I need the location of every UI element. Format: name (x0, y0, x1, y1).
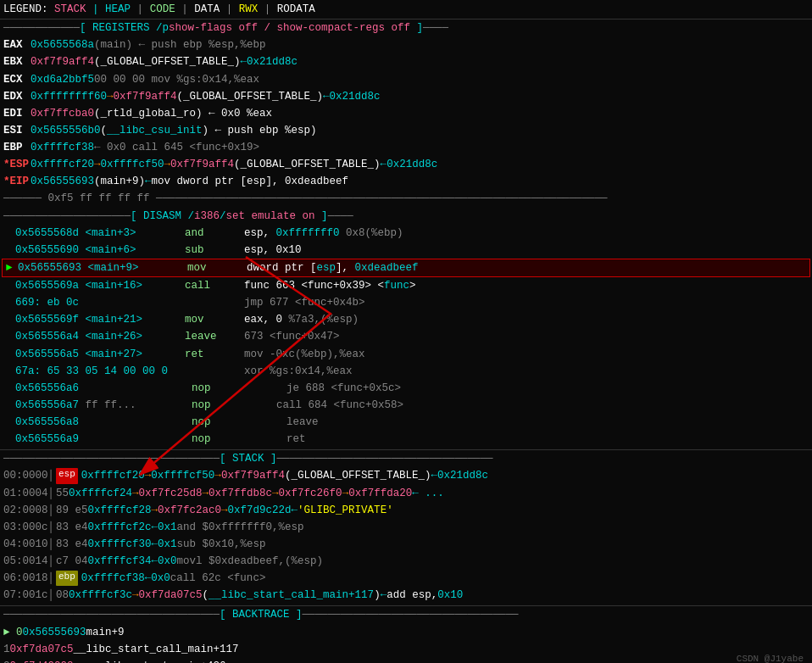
disasm-row-nop3: 0x565556a8 nop leave (0, 414, 812, 431)
disasm-mnemonic-2: mov (187, 260, 247, 276)
disasm-row-main27: 0x565556a5 <main+27> ret mov -0xc(%ebp),… (0, 346, 812, 363)
disasm-indicator-2: ► (6, 260, 18, 276)
disasm-addr-0: 0x5655568d <main+3> (15, 226, 185, 241)
backtrace-row-0: ► 0 0x56555693 main+9 (0, 624, 812, 641)
reg-val-edi: 0xf7ffcba0 (31, 106, 94, 121)
bt-addr-1: 0xf7da07c5 (10, 642, 74, 657)
bt-label-0: main+9 (86, 625, 125, 640)
stack-addr-7: 0xffffcf3c (69, 588, 132, 603)
reg-name-esi: ESI (3, 123, 31, 138)
disasm-operands-1: esp, 0x10 (244, 242, 809, 258)
disasm-mnemonic-12: nop (185, 432, 236, 447)
disasm-row-jmp: 669: eb 0c jmp 677 <func+0x4b> (0, 294, 812, 311)
disasm-mnemonic-7: ret (185, 347, 244, 362)
bt-indicator-2: 2 (3, 659, 10, 663)
stack-offset-2: 02:0008│ (3, 503, 56, 518)
disasm-indicator-5 (3, 312, 15, 327)
disasm-indicator-11 (3, 415, 15, 430)
stack-bytes-1: 55 (56, 486, 69, 501)
reg-name-edi: EDI (3, 106, 31, 121)
register-extra: ────── 0xf5 ff ff ff ff ────────────────… (0, 190, 812, 207)
reg-val-eax: 0x5655568a (31, 37, 94, 53)
disasm-addr-7: 0x565556a5 <main+27> (15, 347, 185, 362)
bt-addr-0: 0x56555693 (23, 625, 86, 640)
disasm-addr-3: 0x5655569a <main+16> (15, 278, 185, 293)
stack-val-2a: 0xf7fc2ac0 (158, 503, 221, 518)
disasm-row-nop2: 0x565556a7 ff ff... nop call 684 <func+0… (0, 397, 812, 414)
reg-extra-ebx: (_GLOBAL_OFFSET_TABLE_) (94, 54, 241, 70)
disasm-operands-12: ret (236, 432, 809, 447)
legend-sep1: | (92, 3, 99, 15)
disasm-operands-9: je 688 <func+0x5c> (236, 381, 809, 396)
disasm-indicator-1 (3, 242, 15, 258)
reg-name-edx: EDX (3, 89, 31, 104)
disasm-row-nop4: 0x565556a9 nop ret (0, 431, 812, 448)
disasm-indicator-8 (3, 364, 15, 379)
register-edi: EDI 0xf7ffcba0 (_rtld_global_ro) ← 0x0 %… (0, 105, 812, 122)
stack-val-0a: 0xffffcf50 (151, 468, 214, 483)
disasm-addr-5: 0x5655569f <main+21> (15, 312, 185, 327)
reg-extra-edi: (_rtld_global_ro) ← 0x0 %eax (94, 106, 272, 121)
disasm-mnemonic-0: and (185, 226, 244, 241)
stack-val-1b: 0xf7ffdb8c (209, 486, 272, 501)
bt-addr-2: 0xf7d40008... (10, 659, 93, 663)
disasm-mnemonic-9: nop (185, 381, 236, 396)
legend-rwx: RWX (239, 3, 259, 15)
stack-tag-esp: esp (56, 468, 78, 483)
bt-label-2: __libc_start_main+426 (92, 659, 226, 663)
reg-val-esi: 0x5655556b0 (31, 123, 101, 138)
bt-label-1: __libc_start_call_main+117 (74, 642, 239, 657)
legend-sep2: | (137, 3, 150, 15)
register-edx: EDX 0xffffffff60 → 0xf7f9aff4 (_GLOBAL_O… (0, 88, 812, 105)
disasm-divider: ────────────────────[ DISASM /i386/set e… (0, 208, 812, 225)
stack-offset-6: 06:0018│ (3, 571, 56, 586)
register-eip: *EIP 0x56555693 (main+9) ← mov dword ptr… (0, 173, 812, 190)
disasm-operands-2: dword ptr [esp], 0xdeadbeef (247, 260, 806, 276)
stack-addr-4: 0xffffcf30 (88, 537, 152, 552)
reg-extra-eax: (main) ← push ebp %esp,%ebp (94, 37, 266, 53)
stack-row-3: 03:000c│ 83 e4 0xffffcf2c ← 0x1 and $0xf… (0, 519, 812, 536)
disasm-indicator-6 (3, 329, 15, 344)
disasm-row-main3: 0x5655568d <main+3> and esp, 0xfffffff0 … (0, 225, 812, 242)
register-esp: *ESP 0xffffcf20 → 0xffffcf50 → 0xf7f9aff… (0, 156, 812, 173)
legend-bar: LEGEND: STACK | HEAP | CODE | DATA | RWX… (0, 0, 812, 20)
stack-row-1: 01:0004│ 55 0xffffcf24 → 0xf7fc25d8 → 0x… (0, 485, 812, 502)
reg-name-eax: EAX (3, 37, 31, 53)
stack-row-7: 07:001c│ 08 0xffffcf3c → 0xf7da07c5 (__l… (0, 587, 812, 604)
stack-val-0b: 0xf7f9aff4 (221, 468, 285, 483)
disasm-addr-10: 0x565556a7 ff ff... (15, 398, 185, 413)
reg-extra-ecx: 00 00 00 mov %gs:0x14,%eax (94, 72, 259, 87)
reg-name-ebx: EBX (3, 54, 31, 70)
disasm-addr-2: 0x56555693 <main+9> (18, 260, 187, 276)
disasm-row-main9: ► 0x56555693 <main+9> mov dword ptr [esp… (2, 259, 810, 277)
stack-bytes-7: 08 (56, 588, 69, 603)
reg-val-ecx: 0xd6a2bbf5 (31, 72, 94, 87)
disasm-mnemonic-5: mov (185, 312, 244, 327)
disasm-addr-9: 0x565556a6 (15, 381, 185, 396)
watermark: CSDN @J1yabe (737, 653, 804, 663)
stack-row-6: 06:0018│ ebp 0xffffcf38 ← 0x0 call 62c <… (0, 570, 812, 587)
stack-val-1d: 0xf7ffda20 (348, 486, 412, 501)
register-ebp: EBP 0xffffcf38 ← 0x0 call 645 <func+0x19… (0, 139, 812, 156)
disasm-indicator-7 (3, 347, 15, 362)
disasm-addr-12: 0x565556a9 (15, 432, 185, 447)
stack-tag-ebp: ebp (56, 571, 78, 586)
stack-row-5: 05:0014│ c7 04 0xffffcf34 ← 0x0 movl $0x… (0, 553, 812, 570)
stack-addr-5: 0xffffcf34 (88, 554, 152, 569)
disasm-indicator-3 (3, 278, 15, 293)
backtrace-divider: ──────────────────────────────────[ BACK… (0, 605, 812, 623)
bt-indicator-0: ► 0 (3, 625, 23, 640)
disasm-addr-8: 67a: 65 33 05 14 00 00 0 (15, 364, 185, 379)
disasm-indicator-9 (3, 381, 15, 396)
legend-stack: STACK (54, 3, 86, 15)
disasm-addr-6: 0x565556a4 <main+26> (15, 329, 185, 344)
disasm-addr-1: 0x56555690 <main+6> (15, 242, 185, 258)
stack-row-0: 00:0000│ esp 0xffffcf20 → 0xffffcf50 → 0… (0, 467, 812, 484)
stack-offset-3: 03:000c│ (3, 520, 56, 535)
disasm-mnemonic-1: sub (185, 242, 244, 258)
reg-extra-esi: ( (101, 123, 108, 138)
stack-offset-4: 04:0010│ (3, 537, 56, 552)
reg-arrow-edx: → (107, 89, 114, 104)
reg-extra-ebp: ← 0x0 call 645 <func+0x19> (94, 140, 259, 155)
disasm-operands-0: esp, 0xfffffff0 0x8(%ebp) (244, 226, 809, 241)
